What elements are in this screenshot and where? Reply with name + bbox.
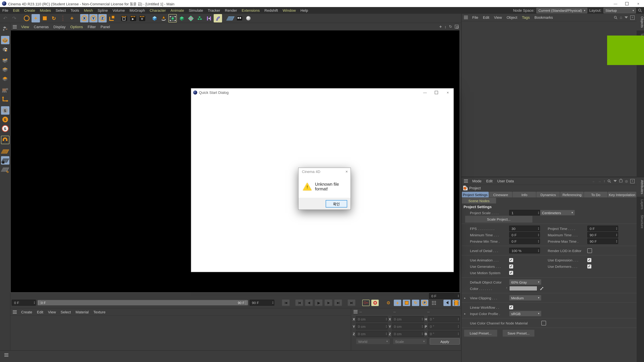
project-time-field[interactable]: 0 F▴▾ — [587, 226, 618, 231]
menubar-item[interactable]: File — [0, 8, 10, 12]
target-icon[interactable]: ◎ — [625, 179, 628, 183]
preview-min-time-field[interactable]: 0 F▴▾ — [509, 238, 540, 244]
sound-toggle[interactable] — [444, 300, 451, 306]
lock-workplane-button[interactable] — [1, 156, 9, 165]
current-frame-spinner[interactable]: 0 F▴▾ — [429, 293, 460, 299]
prev-frame-button[interactable]: ◀| — [305, 299, 313, 306]
viewport-menu-item[interactable]: Filter — [85, 25, 98, 29]
preview-max-time-field[interactable]: 90 F▴▾ — [587, 238, 618, 244]
project-scale-field[interactable]: 1▴▾ — [509, 210, 540, 216]
load-preset-button[interactable]: Load Preset... — [464, 330, 498, 337]
next-frame-button[interactable]: |▶ — [324, 299, 332, 306]
material-menu-item[interactable]: Select — [58, 310, 73, 314]
add-cube-primitive-button[interactable] — [150, 14, 159, 22]
scale-tool[interactable] — [40, 14, 49, 22]
use-generators-checkbox[interactable]: ✓ — [509, 264, 513, 268]
symmetry-button[interactable] — [204, 14, 213, 22]
hamburger-icon[interactable] — [4, 353, 8, 354]
search-icon[interactable] — [608, 179, 611, 183]
level-of-detail-field[interactable]: 100 %▴▾ — [509, 248, 540, 253]
maximize-button[interactable] — [621, 0, 632, 7]
node-space-dropdown[interactable]: Current (Standard/Physical)▾ — [536, 7, 587, 13]
key-rotation-toggle[interactable]: ↻ — [412, 300, 419, 306]
goto-start-button[interactable]: |◀ — [282, 299, 290, 306]
add-icon[interactable]: + — [630, 179, 634, 183]
object-manager-menu-item[interactable]: Edit — [480, 15, 492, 19]
hamburger-icon[interactable] — [464, 16, 468, 16]
use-expression-checkbox[interactable]: ✓ — [587, 258, 591, 262]
save-preset-button[interactable]: Save Preset... — [502, 330, 535, 337]
menubar-item[interactable]: Volume — [110, 8, 127, 12]
viewport-solo-off-button[interactable]: S — [1, 106, 9, 115]
autokey-button[interactable] — [362, 300, 370, 306]
default-object-color-dropdown[interactable]: 60% Gray▾ — [509, 279, 541, 285]
render-view-button[interactable] — [120, 14, 128, 22]
key-position-toggle[interactable]: + — [394, 300, 401, 306]
material-menu-item[interactable]: Create — [19, 310, 34, 314]
expand-icon[interactable]: ▸ — [464, 296, 466, 300]
redo-button[interactable]: ↷ — [10, 14, 18, 22]
subdivision-surface-button[interactable] — [168, 14, 177, 22]
menubar-item[interactable]: Spline — [95, 8, 110, 12]
polygon-mode-button[interactable] — [1, 74, 9, 83]
tab-project-settings[interactable]: Project Settings — [462, 192, 488, 197]
tab-referencing[interactable]: Referencing — [560, 192, 584, 197]
menubar-item[interactable]: Redshift — [262, 8, 280, 12]
viewport-menu-item[interactable]: Display — [51, 25, 68, 29]
menubar-item[interactable]: Mesh — [82, 8, 95, 12]
goto-prev-key-button[interactable]: |◀ — [295, 299, 303, 306]
minimize-button[interactable]: — — [419, 88, 431, 96]
search-icon[interactable] — [614, 15, 618, 19]
pen-spline-tool[interactable] — [159, 14, 168, 22]
minimize-button[interactable]: — — [610, 0, 621, 7]
field-cluster-button[interactable] — [186, 14, 195, 22]
axis-modify-tool[interactable]: + — [68, 14, 76, 22]
history-forward-icon[interactable]: → — [598, 179, 601, 183]
tab-info[interactable]: Info — [513, 192, 536, 197]
menubar-item[interactable]: Tools — [68, 8, 82, 12]
hamburger-icon[interactable] — [13, 310, 17, 311]
enable-axis-button[interactable] — [1, 95, 9, 103]
start-frame-spinner[interactable]: 0 F▴▾ — [12, 300, 36, 306]
coordinate-system-button[interactable] — [107, 14, 116, 22]
menubar-item[interactable]: Extensions — [239, 8, 262, 12]
generator-button[interactable] — [178, 14, 186, 22]
texture-mode-button[interactable] — [1, 45, 9, 53]
coordinate-space-dropdown[interactable]: World▾ — [356, 338, 390, 345]
attribute-menu-item[interactable]: User Data — [495, 179, 516, 183]
viewport-menu-item[interactable]: Panel — [98, 25, 112, 29]
tab-scene-nodes[interactable]: Scene Nodes — [462, 198, 496, 203]
tab-layers[interactable]: Layers — [636, 197, 644, 212]
eyedropper-icon[interactable] — [539, 286, 544, 290]
menubar-item[interactable]: Character — [147, 8, 168, 12]
expand-icon[interactable]: ▸ — [464, 312, 466, 315]
tab-key-interpolation[interactable]: Key Interpolation — [608, 192, 636, 197]
play-button[interactable]: ▶ — [314, 299, 323, 306]
camera-object-button[interactable] — [235, 14, 244, 22]
menubar-item[interactable]: Select — [53, 8, 68, 12]
dolly-view-icon[interactable]: ↕ — [444, 25, 446, 29]
input-color-profile-dropdown[interactable]: sRGB▾ — [509, 311, 541, 317]
lock-x-axis-button[interactable]: X — [80, 14, 88, 22]
keyframe-settings-button[interactable]: ⚙ — [385, 300, 392, 306]
search-icon[interactable] — [638, 8, 642, 12]
key-point-level-toggle[interactable] — [430, 300, 438, 306]
material-menu-item[interactable]: Texture — [91, 310, 108, 314]
material-menu-item[interactable]: View — [46, 310, 58, 314]
viewport-menu-item[interactable]: Options — [68, 25, 85, 29]
menubar-item[interactable]: Window — [280, 8, 298, 12]
light-object-button[interactable] — [244, 14, 252, 22]
model-mode-button[interactable] — [1, 36, 9, 44]
undo-button[interactable]: ↶ — [1, 14, 10, 22]
close-button[interactable]: × — [442, 88, 454, 96]
scale-x-field[interactable]: 0 cm▴▾ — [392, 316, 424, 322]
scale-mode-dropdown[interactable]: Scale▾ — [393, 338, 427, 345]
lock-y-axis-button[interactable]: Y — [89, 14, 98, 22]
use-motion-system-checkbox[interactable]: ✓ — [509, 271, 513, 275]
scale-z-field[interactable]: 0 cm▴▾ — [392, 331, 424, 337]
planar-workplane-button[interactable]: ↻ — [1, 165, 9, 174]
menubar-item[interactable]: Animate — [168, 8, 186, 12]
toggle-view-icon[interactable] — [455, 25, 458, 28]
hamburger-icon[interactable] — [464, 179, 468, 180]
bend-deformer-button[interactable] — [214, 14, 222, 22]
